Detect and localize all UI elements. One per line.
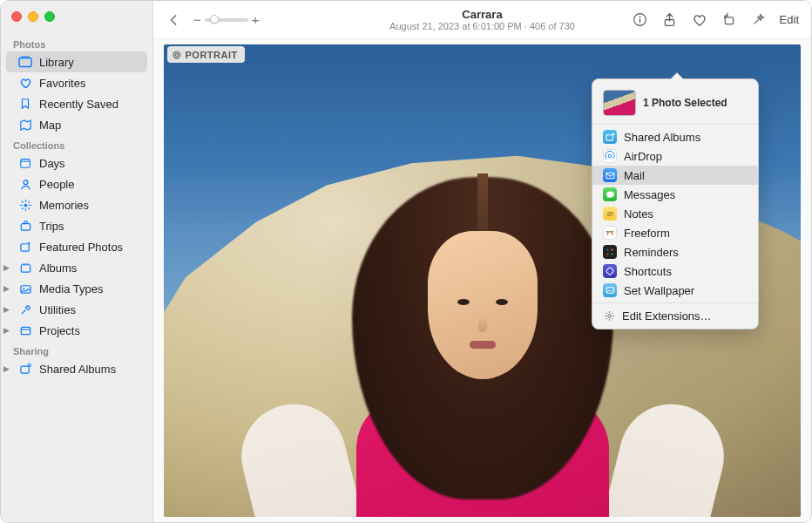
zoom-slider[interactable]: − +	[193, 12, 260, 27]
shared-albums-icon	[18, 362, 32, 376]
share-button[interactable]	[658, 9, 682, 31]
menu-item-shortcuts[interactable]: Shortcuts	[592, 262, 758, 281]
close-window-button[interactable]	[11, 11, 22, 22]
svg-line-48	[612, 318, 612, 319]
sidebar-item-featured-photos[interactable]: Featured Photos	[6, 236, 147, 257]
svg-point-39	[611, 253, 612, 255]
section-sharing-title: Sharing	[1, 341, 152, 358]
menu-item-label: Set Wallpaper	[624, 284, 694, 297]
menu-item-messages[interactable]: Messages	[592, 185, 758, 204]
messages-icon	[603, 187, 617, 201]
sidebar-item-shared-albums[interactable]: ▶ Shared Albums	[6, 358, 147, 379]
svg-rect-22	[20, 366, 28, 373]
svg-rect-2	[21, 160, 30, 168]
svg-rect-1	[21, 56, 30, 58]
portrait-badge-label: PORTRAIT	[186, 50, 238, 60]
svg-rect-16	[21, 264, 30, 271]
sidebar-item-label: Memories	[39, 199, 89, 212]
svg-line-47	[606, 312, 606, 313]
photo-viewer[interactable]: ◎ PORTRAIT 1 Photo Selected Shared Album…	[153, 39, 811, 522]
svg-rect-28	[725, 17, 733, 24]
memories-icon	[18, 198, 32, 212]
menu-item-mail[interactable]: Mail	[592, 166, 758, 185]
menu-item-label: Edit Extensions…	[622, 309, 712, 323]
svg-rect-20	[21, 327, 30, 334]
freeform-icon	[603, 226, 617, 240]
menu-item-label: Freeform	[624, 227, 670, 240]
sidebar-item-map[interactable]: Map	[6, 114, 147, 135]
chevron-right-icon: ▶	[3, 326, 10, 335]
svg-point-37	[606, 253, 608, 255]
menu-item-set-wallpaper[interactable]: Set Wallpaper	[592, 281, 758, 300]
sidebar-item-trips[interactable]: Trips	[6, 215, 147, 236]
menu-item-freeform[interactable]: Freeform	[592, 223, 758, 242]
svg-rect-15	[20, 243, 28, 250]
share-popover-header: 1 Photo Selected	[592, 83, 758, 121]
reminders-icon	[603, 245, 617, 259]
sidebar-item-library[interactable]: Library	[6, 51, 147, 72]
sidebar-item-recently-saved[interactable]: Recently Saved	[6, 93, 147, 114]
fullscreen-window-button[interactable]	[44, 11, 55, 22]
toolbar: − + Carrara August 21, 2023 at 6:01:00 P…	[153, 1, 811, 39]
sidebar-item-label: Recently Saved	[39, 98, 118, 111]
sidebar-item-utilities[interactable]: ▶ Utilities	[6, 299, 147, 320]
svg-line-49	[606, 318, 606, 319]
svg-line-11	[28, 207, 30, 209]
utilities-icon	[18, 302, 32, 316]
chevron-right-icon: ▶	[3, 364, 10, 373]
menu-item-label: Shared Albums	[624, 131, 700, 144]
menu-separator	[592, 302, 758, 303]
menu-item-shared-albums[interactable]: Shared Albums	[592, 127, 758, 146]
bookmark-icon	[18, 97, 32, 111]
sidebar-item-projects[interactable]: ▶ Projects	[6, 320, 147, 341]
edit-button[interactable]: Edit	[776, 10, 802, 30]
zoom-track[interactable]	[205, 18, 248, 22]
rotate-button[interactable]	[717, 9, 741, 31]
minimize-window-button[interactable]	[28, 11, 38, 22]
section-photos-title: Photos	[1, 34, 152, 51]
sidebar-item-people[interactable]: People	[6, 173, 147, 194]
sidebar-item-media-types[interactable]: ▶ Media Types	[6, 278, 147, 299]
svg-point-30	[612, 132, 613, 134]
sidebar-item-label: Media Types	[39, 282, 103, 295]
airdrop-icon	[603, 149, 617, 163]
share-popover: 1 Photo Selected Shared Albums AirDrop M…	[592, 78, 759, 329]
portrait-badge: ◎ PORTRAIT	[167, 46, 245, 63]
menu-item-reminders[interactable]: Reminders	[592, 242, 758, 262]
sidebar-item-label: People	[39, 178, 74, 191]
favorite-button[interactable]	[687, 9, 712, 31]
sidebar-item-albums[interactable]: ▶ Albums	[6, 257, 147, 278]
portrait-badge-icon: ◎	[173, 49, 182, 60]
share-header-label: 1 Photo Selected	[643, 97, 727, 109]
svg-line-10	[21, 200, 23, 202]
menu-separator	[592, 124, 758, 125]
menu-item-label: Notes	[624, 207, 653, 221]
sidebar-item-label: Featured Photos	[39, 241, 123, 254]
svg-rect-29	[606, 134, 612, 139]
menu-item-label: Mail	[624, 169, 645, 182]
svg-point-38	[611, 248, 612, 250]
map-icon	[18, 118, 32, 132]
menu-item-edit-extensions[interactable]: Edit Extensions…	[592, 306, 758, 325]
svg-point-42	[607, 314, 611, 317]
menu-item-notes[interactable]: Notes	[592, 204, 758, 223]
sidebar-item-label: Favorites	[39, 77, 85, 90]
back-button[interactable]	[162, 9, 186, 31]
menu-item-airdrop[interactable]: AirDrop	[592, 146, 758, 166]
menu-item-label: AirDrop	[624, 150, 662, 163]
sidebar-item-memories[interactable]: Memories	[6, 194, 147, 215]
notes-icon	[603, 207, 617, 221]
auto-enhance-button[interactable]	[747, 9, 771, 31]
chevron-right-icon: ▶	[3, 263, 10, 272]
sidebar: Photos Library Favorites Recently Saved …	[1, 1, 153, 522]
svg-rect-26	[639, 18, 640, 23]
zoom-knob[interactable]	[210, 15, 219, 24]
sidebar-item-label: Trips	[39, 220, 64, 233]
info-button[interactable]	[628, 9, 653, 31]
sidebar-item-days[interactable]: Days	[6, 153, 147, 173]
svg-rect-14	[21, 223, 30, 230]
sidebar-item-label: Utilities	[39, 303, 76, 316]
sidebar-item-label: Map	[39, 119, 61, 132]
sidebar-item-label: Library	[39, 56, 74, 69]
sidebar-item-favorites[interactable]: Favorites	[6, 72, 147, 93]
